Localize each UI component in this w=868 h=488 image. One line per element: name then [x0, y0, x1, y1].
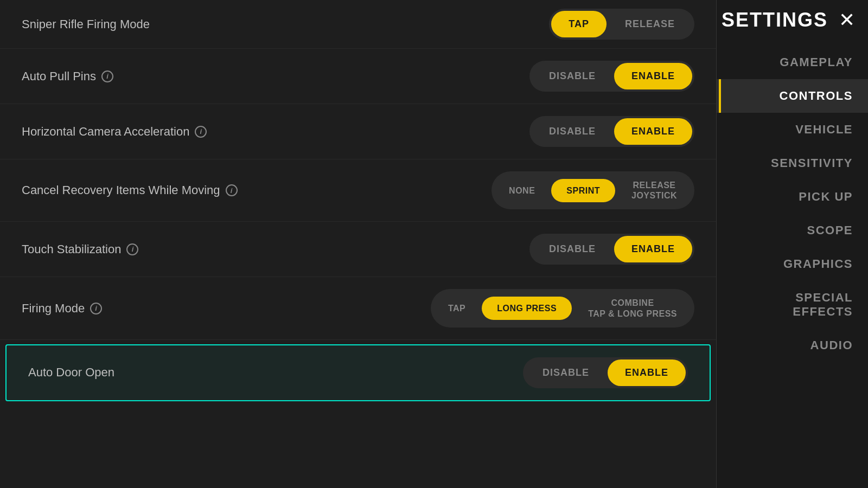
touch-stabilization-info-icon[interactable]: i: [126, 243, 138, 255]
cancel-recovery-release-joystick[interactable]: RELEASEJOYSTICK: [616, 174, 692, 207]
firing-mode-tap[interactable]: TAP: [433, 297, 481, 320]
auto-door-open-disable[interactable]: DISABLE: [525, 359, 607, 386]
firing-mode-long-press[interactable]: LONG PRESS: [482, 297, 572, 320]
touch-stabilization-row: Touch Stabilization i DISABLE ENABLE: [0, 222, 716, 277]
sidebar-item-special-effects[interactable]: SPECIAL EFFECTS: [717, 281, 868, 329]
auto-pull-pins-disable[interactable]: DISABLE: [532, 63, 613, 89]
settings-title: SETTINGS: [722, 9, 828, 31]
horizontal-camera-row: Horizontal Camera Acceleration i DISABLE…: [0, 104, 716, 159]
sidebar-item-vehicle[interactable]: VEHICLE: [717, 113, 868, 146]
auto-door-open-row: Auto Door Open DISABLE ENABLE: [5, 344, 711, 401]
touch-stabilization-disable[interactable]: DISABLE: [532, 236, 613, 262]
settings-nav: GAMEPLAY CONTROLS VEHICLE SENSITIVITY PI…: [717, 40, 868, 488]
auto-pull-pins-enable[interactable]: ENABLE: [614, 63, 692, 89]
touch-stabilization-enable[interactable]: ENABLE: [614, 236, 692, 262]
cancel-recovery-sprint[interactable]: SPRINT: [551, 179, 615, 202]
touch-stabilization-label: Touch Stabilization i: [22, 242, 529, 256]
firing-mode-info-icon[interactable]: i: [90, 303, 102, 314]
sidebar-item-graphics[interactable]: GRAPHICS: [717, 247, 868, 281]
sidebar-item-scope[interactable]: SCOPE: [717, 214, 868, 247]
sidebar-item-sensitivity[interactable]: SENSITIVITY: [717, 146, 868, 180]
firing-mode-combine[interactable]: COMBINETAP & LONG PRESS: [573, 291, 692, 325]
cancel-recovery-none[interactable]: NONE: [494, 179, 550, 202]
cancel-recovery-label: Cancel Recovery Items While Moving i: [22, 183, 492, 197]
cancel-recovery-info-icon[interactable]: i: [226, 184, 238, 196]
settings-header: SETTINGS ✕: [717, 0, 868, 40]
touch-stabilization-toggle: DISABLE ENABLE: [529, 234, 694, 265]
horizontal-camera-label: Horizontal Camera Acceleration i: [22, 125, 529, 139]
firing-mode-toggle: TAP LONG PRESS COMBINETAP & LONG PRESS: [431, 289, 694, 327]
cancel-recovery-toggle: NONE SPRINT RELEASEJOYSTICK: [492, 171, 694, 209]
auto-pull-pins-label: Auto Pull Pins i: [22, 69, 529, 84]
sidebar-item-audio[interactable]: AUDIO: [717, 329, 868, 362]
settings-sidebar: SETTINGS ✕ GAMEPLAY CONTROLS VEHICLE SEN…: [716, 0, 868, 488]
sniper-toggle-group: TAP RELEASE: [549, 9, 694, 40]
sidebar-item-controls[interactable]: CONTROLS: [717, 79, 868, 113]
auto-pull-pins-toggle: DISABLE ENABLE: [529, 61, 694, 92]
sniper-release-button[interactable]: RELEASE: [608, 11, 692, 37]
cancel-recovery-row: Cancel Recovery Items While Moving i NON…: [0, 159, 716, 222]
close-button[interactable]: ✕: [839, 10, 855, 30]
firing-mode-label: Firing Mode i: [22, 301, 431, 316]
auto-pull-pins-info-icon[interactable]: i: [101, 70, 113, 82]
sniper-tap-button[interactable]: TAP: [551, 11, 607, 37]
sidebar-item-gameplay[interactable]: GAMEPLAY: [717, 46, 868, 79]
horizontal-camera-toggle: DISABLE ENABLE: [529, 116, 694, 147]
auto-door-open-enable[interactable]: ENABLE: [608, 359, 686, 386]
horizontal-camera-disable[interactable]: DISABLE: [532, 118, 613, 145]
auto-door-open-toggle: DISABLE ENABLE: [523, 357, 688, 388]
auto-door-open-label: Auto Door Open: [28, 365, 523, 380]
firing-mode-row: Firing Mode i TAP LONG PRESS COMBINETAP …: [0, 277, 716, 339]
horizontal-camera-info-icon[interactable]: i: [195, 126, 207, 138]
horizontal-camera-enable[interactable]: ENABLE: [614, 118, 692, 145]
sniper-row: Sniper Rifle Firing Mode TAP RELEASE: [0, 0, 716, 49]
sidebar-item-pickup[interactable]: PICK UP: [717, 180, 868, 214]
auto-pull-pins-row: Auto Pull Pins i DISABLE ENABLE: [0, 49, 716, 104]
sniper-label: Sniper Rifle Firing Mode: [22, 17, 549, 31]
